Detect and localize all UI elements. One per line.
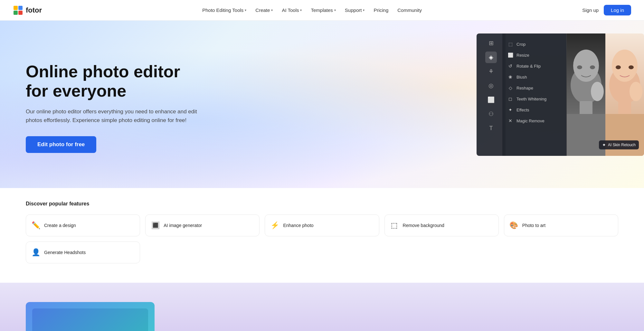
panel-item-effects[interactable]: ✦ Effects: [502, 104, 566, 115]
hero-cta-button[interactable]: Edit photo for free: [26, 136, 96, 153]
panel-item-teeth[interactable]: ◻ Teeth Whitening: [502, 93, 566, 104]
feature-photo-to-art-label: Photo to art: [522, 222, 545, 228]
fotor-logo-icon: [13, 5, 23, 15]
hero-content: Online photo editor for everyone Our onl…: [0, 43, 225, 166]
editor-photo: ✦ AI Skin Retouch: [567, 33, 644, 156]
chevron-down-icon: ▾: [363, 8, 365, 12]
svg-point-18: [630, 82, 642, 101]
panel-item-crop[interactable]: ⬚ Crop: [502, 39, 566, 50]
photo-bw-half: [567, 33, 605, 156]
feature-generate-headshots-label: Generate Headshots: [44, 250, 86, 255]
chevron-down-icon: ▾: [334, 8, 336, 12]
sidebar-text-icon: T: [485, 122, 497, 134]
svg-rect-2: [18, 6, 23, 10]
panel-item-magic-remove[interactable]: ✕ Magic Remove: [502, 115, 566, 126]
sidebar-beauty-icon: ◎: [485, 80, 497, 91]
blush-icon: ❀: [507, 74, 513, 80]
features-section: Discover popular features ✏️ Create a de…: [0, 188, 644, 283]
features-section-title: Discover popular features: [26, 201, 618, 207]
effects-icon: ✦: [507, 107, 513, 112]
feature-generate-headshots[interactable]: 👤 Generate Headshots: [26, 241, 140, 263]
sidebar-crop-icon: ⬜: [485, 94, 497, 106]
face-color-svg: [605, 33, 644, 156]
hero-title: Online photo editor for everyone: [26, 62, 206, 101]
ai-skin-retouch-badge: ✦ AI Skin Retouch: [599, 140, 639, 149]
chevron-down-icon: ▾: [245, 8, 246, 12]
feature-enhance-photo[interactable]: ⚡ Enhance photo: [265, 214, 379, 236]
nav-support[interactable]: Support ▾: [345, 7, 365, 13]
hero-subtitle: Our online photo editor offers everythin…: [26, 107, 206, 125]
brand-name: fotor: [26, 6, 42, 14]
feature-remove-bg-label: Remove background: [403, 222, 444, 228]
navbar: fotor Photo Editing Tools ▾ Create ▾ AI …: [0, 0, 644, 21]
panel-item-resize[interactable]: ⬜ Resize: [502, 50, 566, 61]
feature-photo-to-art[interactable]: 🎨 Photo to art: [504, 214, 618, 236]
nav-ai-tools[interactable]: AI Tools ▾: [282, 7, 302, 13]
sidebar-grid-icon: ⊞: [485, 37, 497, 49]
editor-mockup-area: ⊞ ◈ ⚘ ◎ ⬜ ⚇ T ⬚ Crop ⬜ Resize ↺: [477, 33, 644, 169]
chevron-down-icon: ▾: [300, 8, 302, 12]
panel-item-blush[interactable]: ❀ Blush: [502, 71, 566, 82]
panel-item-rotate[interactable]: ↺ Rotate & Flip: [502, 61, 566, 71]
svg-point-7: [577, 65, 582, 69]
nav-community[interactable]: Community: [397, 7, 422, 13]
resize-icon: ⬜: [507, 52, 513, 58]
feature-enhance-photo-label: Enhance photo: [283, 222, 313, 228]
svg-rect-10: [567, 114, 605, 156]
sidebar-adjust-icon: ◈: [485, 52, 497, 63]
second-section: Simplify photo editing with our online p…: [0, 283, 644, 331]
feature-create-design-label: Create a design: [44, 222, 76, 228]
svg-point-11: [591, 82, 604, 101]
panel-item-reshape[interactable]: ◇ Reshape: [502, 82, 566, 93]
features-grid: ✏️ Create a design 🔳 AI image generator …: [26, 214, 618, 263]
nav-links: Photo Editing Tools ▾ Create ▾ AI Tools …: [202, 7, 422, 13]
nav-templates[interactable]: Templates ▾: [311, 7, 336, 13]
nav-pricing[interactable]: Pricing: [374, 7, 388, 13]
login-button[interactable]: Log in: [604, 5, 631, 15]
photo-inner: [32, 308, 148, 331]
generate-headshots-icon: 👤: [31, 248, 40, 257]
svg-point-14: [616, 65, 621, 69]
face-bw-svg: [567, 33, 605, 156]
feature-remove-background[interactable]: ⬚ Remove background: [384, 214, 499, 236]
signup-button[interactable]: Sign up: [582, 7, 599, 13]
feature-ai-image-generator-label: AI image generator: [164, 222, 202, 228]
svg-point-15: [629, 65, 634, 69]
sidebar-people-icon: ⚇: [485, 108, 497, 120]
feature-ai-image-generator[interactable]: 🔳 AI image generator: [145, 214, 260, 236]
nav-photo-editing-tools[interactable]: Photo Editing Tools ▾: [202, 7, 246, 13]
photo-to-art-icon: 🎨: [509, 221, 518, 230]
logo[interactable]: fotor: [13, 5, 42, 15]
crop-icon: ⬚: [507, 42, 513, 47]
nav-create[interactable]: Create ▾: [255, 7, 273, 13]
svg-rect-17: [605, 114, 644, 156]
rotate-icon: ↺: [507, 63, 513, 69]
magic-remove-icon: ✕: [507, 118, 513, 123]
sidebar-filter-icon: ⚘: [485, 66, 497, 77]
svg-point-8: [590, 65, 595, 69]
ai-image-gen-icon: 🔳: [151, 221, 160, 230]
ai-icon: ✦: [602, 142, 606, 147]
teeth-icon: ◻: [507, 96, 513, 101]
reshape-icon: ◇: [507, 85, 513, 90]
hero-section: Online photo editor for everyone Our onl…: [0, 21, 644, 188]
svg-rect-3: [14, 11, 18, 15]
remove-bg-icon: ⬚: [390, 221, 399, 230]
second-section-image: [26, 302, 155, 331]
svg-rect-1: [14, 6, 18, 10]
editor-sidebar: ⊞ ◈ ⚘ ◎ ⬜ ⚇ T: [477, 33, 506, 156]
chevron-down-icon: ▾: [271, 8, 273, 12]
create-design-icon: ✏️: [31, 221, 40, 230]
photo-color-half: [605, 33, 644, 156]
feature-create-design[interactable]: ✏️ Create a design: [26, 214, 140, 236]
svg-rect-4: [18, 11, 23, 15]
enhance-photo-icon: ⚡: [270, 221, 279, 230]
editor-mockup: ⊞ ◈ ⚘ ◎ ⬜ ⚇ T ⬚ Crop ⬜ Resize ↺: [477, 33, 644, 169]
nav-actions: Sign up Log in: [582, 5, 631, 15]
editor-panel: ⬚ Crop ⬜ Resize ↺ Rotate & Flip ❀ Blush …: [502, 33, 567, 156]
